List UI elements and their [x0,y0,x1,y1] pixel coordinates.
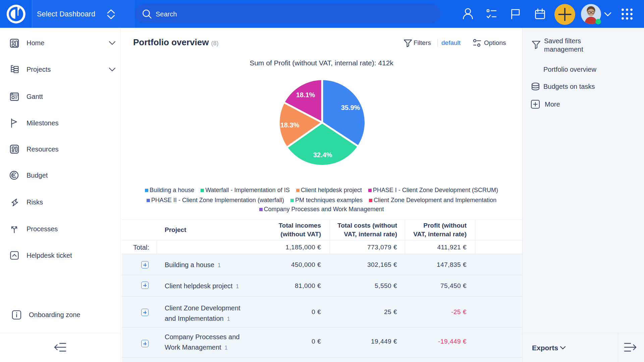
svg-text:32.4%: 32.4% [313,151,332,159]
svg-text:18.3%: 18.3% [280,121,300,129]
svg-text:35.9%: 35.9% [341,104,360,111]
svg-text:18.1%: 18.1% [296,91,315,99]
